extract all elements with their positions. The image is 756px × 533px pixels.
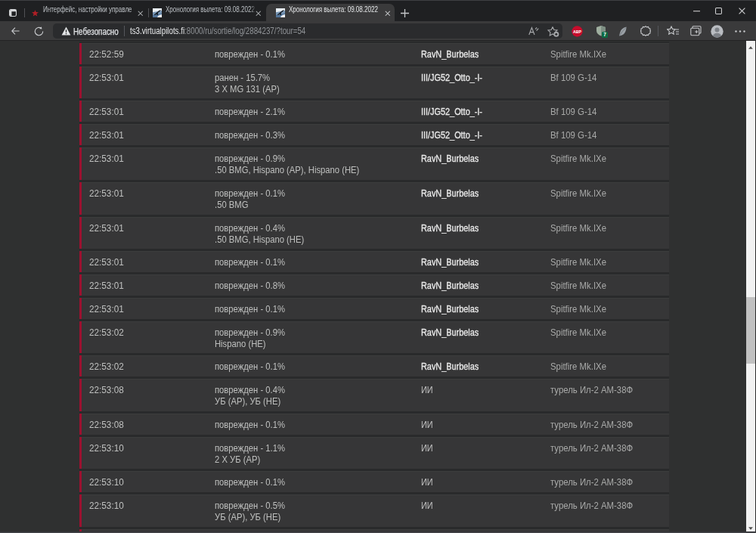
svg-text:7: 7: [603, 32, 606, 37]
svg-text:ABP: ABP: [573, 29, 581, 34]
